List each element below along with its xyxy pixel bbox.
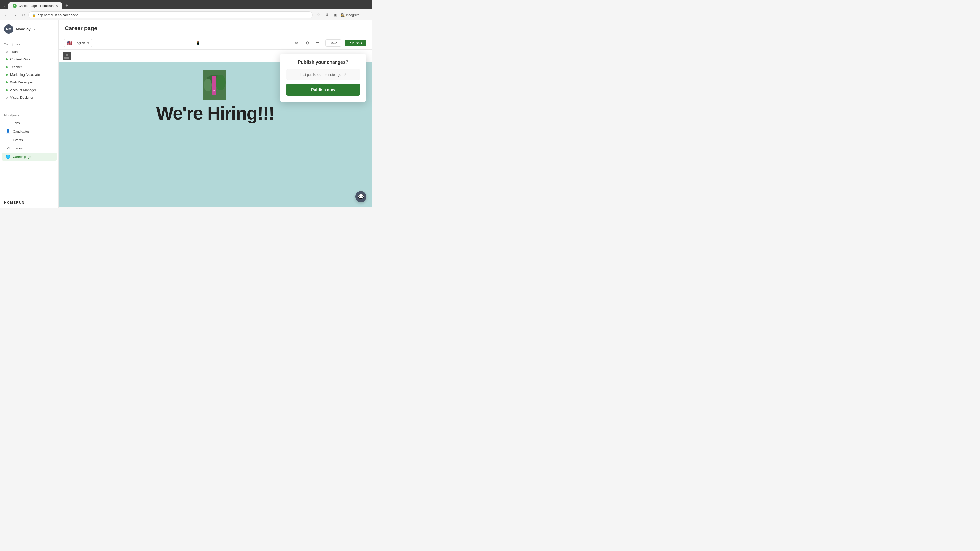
job-trainer-label: Trainer bbox=[10, 50, 21, 54]
career-page-label: Career page bbox=[13, 155, 31, 159]
events-icon: ⊞ bbox=[6, 138, 10, 142]
company-chevron: ▾ bbox=[18, 114, 19, 117]
publish-now-button[interactable]: Publish now bbox=[286, 84, 360, 96]
flag-icon: 🇺🇸 bbox=[67, 41, 72, 45]
svg-text:木: 木 bbox=[213, 90, 215, 92]
preview-image: 木 bbox=[203, 70, 226, 100]
job-web-developer-label: Web Developer bbox=[10, 80, 33, 84]
career-page-icon: 🌐 bbox=[6, 154, 10, 159]
download-icon: ⬇ bbox=[325, 13, 329, 17]
reload-btn[interactable]: ↻ bbox=[21, 11, 26, 18]
last-published-text: Last published 1 minute ago bbox=[300, 73, 342, 76]
preview-tool-btn[interactable]: 👁 bbox=[314, 40, 322, 47]
tab-nav-prev[interactable]: ‹ bbox=[2, 3, 7, 9]
extension-btn[interactable]: ⊞ bbox=[332, 11, 339, 18]
sidebar-item-events[interactable]: ⊞ Events bbox=[2, 136, 57, 144]
status-dot-green bbox=[6, 59, 8, 60]
status-dot-green-marketing bbox=[6, 74, 8, 76]
status-dot-green-web bbox=[6, 81, 8, 83]
bookmark-btn[interactable]: ☆ bbox=[315, 11, 322, 18]
sidebar-item-career-page[interactable]: 🌐 Career page bbox=[2, 152, 57, 161]
url-bar[interactable]: 🔒 app.homerun.co/career-site bbox=[28, 11, 313, 18]
sidebar-item-marketing-associate[interactable]: Marketing Associate bbox=[2, 71, 57, 78]
publish-dropdown-container: Publish ▾ Publish your changes? Last pub… bbox=[345, 40, 366, 46]
tab-close-btn[interactable]: ✕ bbox=[56, 4, 58, 8]
sidebar-footer: HOMERUN bbox=[0, 197, 59, 208]
publish-popup-title: Publish your changes? bbox=[286, 60, 360, 65]
company-section-header[interactable]: Moodjoy ▾ bbox=[0, 112, 59, 119]
forward-icon: → bbox=[13, 13, 17, 17]
company-nav-section: Moodjoy ▾ ⊞ Jobs 👤 Candidates ⊞ Events ☑… bbox=[0, 109, 59, 164]
svg-point-6 bbox=[215, 75, 226, 90]
svg-point-5 bbox=[204, 79, 212, 91]
forward-btn[interactable]: → bbox=[12, 12, 18, 18]
desktop-view-btn[interactable]: 🖥 bbox=[182, 39, 192, 47]
preview-logo bbox=[63, 52, 71, 60]
sidebar-header[interactable]: MM Moodjoy ▾ bbox=[0, 21, 59, 38]
external-link-icon: ↗ bbox=[343, 73, 346, 76]
chat-icon: 💬 bbox=[358, 194, 364, 200]
extension-icon: ⊞ bbox=[334, 13, 337, 17]
eye-icon: 👁 bbox=[316, 41, 320, 45]
todos-icon: ☑ bbox=[6, 146, 10, 151]
homerun-logo: HOMERUN bbox=[4, 200, 54, 205]
sidebar-item-visual-designer[interactable]: Visual Designer bbox=[2, 94, 57, 101]
save-button[interactable]: Save bbox=[325, 39, 342, 47]
status-dot-outline-visual bbox=[6, 97, 8, 99]
job-teacher-label: Teacher bbox=[10, 65, 22, 69]
svg-rect-7 bbox=[212, 77, 216, 95]
company-name: Moodjoy bbox=[16, 27, 30, 31]
browser-toolbar: ☆ ⬇ ⊞ 🕵 Incognito ⋮ bbox=[315, 11, 369, 18]
app-container: MM Moodjoy ▾ Your jobs ▾ Trainer Content… bbox=[0, 21, 372, 208]
tab-label: Career page - Homerun bbox=[19, 4, 54, 8]
reload-icon: ↻ bbox=[21, 13, 25, 17]
more-btn[interactable]: ⋮ bbox=[361, 11, 369, 18]
language-selector[interactable]: 🇺🇸 English ▾ bbox=[64, 39, 92, 47]
lock-icon: 🔒 bbox=[32, 13, 36, 17]
url-text: app.homerun.co/career-site bbox=[38, 13, 78, 17]
more-icon: ⋮ bbox=[363, 13, 367, 17]
jobs-label: Jobs bbox=[13, 121, 20, 125]
status-dot-green-teacher bbox=[6, 66, 8, 68]
tab-bar: ‹ H Career page - Homerun ✕ + bbox=[0, 0, 372, 10]
new-tab-btn[interactable]: + bbox=[63, 2, 70, 10]
sidebar-item-teacher[interactable]: Teacher bbox=[2, 63, 57, 71]
star-icon: ☆ bbox=[317, 13, 320, 17]
sidebar-divider bbox=[0, 106, 59, 107]
main-header: Career page bbox=[59, 21, 372, 37]
back-icon: ← bbox=[4, 13, 8, 17]
your-jobs-chevron: ▾ bbox=[19, 43, 21, 46]
main-content: Career page 🇺🇸 English ▾ 🖥 📱 bbox=[59, 21, 372, 208]
svg-rect-2 bbox=[64, 57, 69, 59]
incognito-icon: 🕵 bbox=[341, 13, 345, 17]
pen-tool-btn[interactable]: ✏ bbox=[293, 39, 301, 47]
sidebar-item-content-writer[interactable]: Content Writer bbox=[2, 56, 57, 63]
back-btn[interactable]: ← bbox=[3, 12, 9, 18]
sidebar-item-trainer[interactable]: Trainer bbox=[2, 48, 57, 56]
chat-widget[interactable]: 💬 bbox=[355, 191, 366, 202]
mobile-view-btn[interactable]: 📱 bbox=[192, 39, 204, 47]
settings-tool-btn[interactable]: ⚙ bbox=[304, 39, 311, 47]
view-toggles: 🖥 📱 bbox=[182, 39, 204, 47]
sidebar-item-web-developer[interactable]: Web Developer bbox=[2, 79, 57, 86]
language-label: English bbox=[74, 41, 85, 45]
language-chevron: ▾ bbox=[87, 41, 89, 45]
active-tab[interactable]: H Career page - Homerun ✕ bbox=[8, 2, 62, 10]
job-marketing-associate-label: Marketing Associate bbox=[10, 73, 40, 76]
address-bar: ← → ↻ 🔒 app.homerun.co/career-site ☆ ⬇ ⊞… bbox=[0, 10, 372, 21]
browser-chrome: ‹ H Career page - Homerun ✕ + ← → ↻ 🔒 ap… bbox=[0, 0, 372, 21]
incognito-badge[interactable]: 🕵 Incognito bbox=[341, 13, 360, 17]
candidates-icon: 👤 bbox=[6, 129, 10, 134]
your-jobs-header[interactable]: Your jobs ▾ bbox=[0, 41, 59, 48]
sidebar-item-account-manager[interactable]: Account Manager bbox=[2, 86, 57, 94]
publish-button[interactable]: Publish ▾ bbox=[345, 40, 366, 46]
mobile-icon: 📱 bbox=[196, 41, 200, 45]
download-btn[interactable]: ⬇ bbox=[324, 11, 330, 18]
sidebar-item-jobs[interactable]: ⊞ Jobs bbox=[2, 119, 57, 127]
toolbar-right: ✏ ⚙ 👁 Save Publish ▾ bbox=[293, 39, 366, 47]
desktop-icon: 🖥 bbox=[185, 41, 189, 45]
job-content-writer-label: Content Writer bbox=[10, 57, 32, 61]
sidebar-item-todos[interactable]: ☑ To-dos bbox=[2, 144, 57, 152]
sidebar-item-candidates[interactable]: 👤 Candidates bbox=[2, 127, 57, 135]
preview-container: 🇺🇸 English ▾ 🖥 📱 ✏ bbox=[59, 37, 372, 208]
